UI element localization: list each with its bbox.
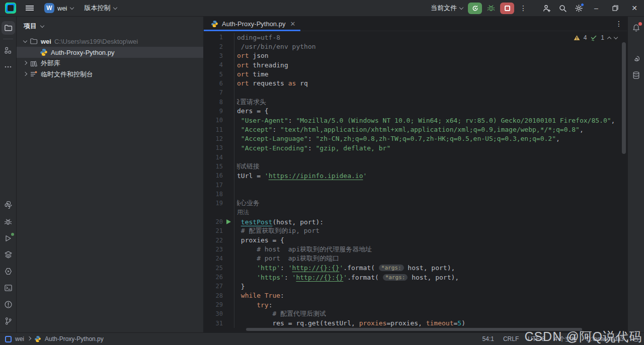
- tree-row-file-selected[interactable]: Auth-Proxy-Python.py: [17, 47, 203, 58]
- code-text: tUrl = 'https://ipinfo.ipidea.io': [234, 171, 367, 180]
- project-panel: 项目 wei C:\Users\ws199\Desktop\wei Auth-P…: [17, 17, 204, 332]
- file-encoding[interactable]: UTF-8: [528, 335, 545, 342]
- terminal-tool-button[interactable]: [2, 281, 15, 295]
- more-tool-windows-button[interactable]: [2, 60, 15, 73]
- project-widget[interactable]: W wei: [40, 2, 77, 15]
- external-libraries-label: 外部库: [41, 59, 60, 68]
- code-text: [234, 190, 237, 199]
- run-tool-button[interactable]: [2, 231, 15, 245]
- code-line: 2 /usr/bin/env python: [204, 42, 627, 51]
- run-function-gutter-icon[interactable]: [226, 219, 231, 224]
- structure-icon: [4, 46, 12, 54]
- python-console-tool-button[interactable]: [2, 198, 15, 212]
- inspections-widget[interactable]: 4 1: [572, 33, 619, 42]
- restore-button[interactable]: [606, 0, 625, 17]
- horizontal-scrollbar[interactable]: [246, 328, 582, 331]
- line-number: 5: [204, 71, 223, 78]
- code-text: ort json: [234, 51, 269, 60]
- vcs-widget[interactable]: 版本控制: [80, 2, 121, 14]
- lock-icon[interactable]: [633, 336, 639, 342]
- tab-options-icon[interactable]: ⋮: [615, 22, 622, 25]
- editor-area[interactable]: Auth-Proxy-Python.py ✕ ⋮ 4: [204, 17, 627, 332]
- code-text: ders = {: [234, 107, 269, 116]
- tab-auth-proxy-python[interactable]: Auth-Proxy-Python.py ✕: [204, 17, 300, 31]
- close-button[interactable]: ✕: [625, 0, 644, 17]
- code-line: 16tUrl = 'https://ipinfo.ipidea.io': [204, 171, 627, 180]
- next-problem-icon[interactable]: [614, 35, 618, 39]
- code-line: 31 res = rq.get(testUrl, proxies=proxies…: [204, 319, 627, 328]
- run-configuration-selector[interactable]: 当前文件: [427, 2, 467, 14]
- line-number: 16: [204, 172, 223, 179]
- ai-assistant-button[interactable]: [629, 52, 643, 65]
- structure-tool-button[interactable]: [2, 43, 15, 57]
- caret-position[interactable]: 54:1: [482, 335, 494, 342]
- code-with-me-button[interactable]: [539, 2, 553, 15]
- breadcrumb-file[interactable]: Auth-Proxy-Python.py: [45, 335, 104, 342]
- code-line: 14: [204, 152, 627, 161]
- database-button[interactable]: [629, 68, 643, 82]
- chevron-right-icon[interactable]: [23, 61, 27, 65]
- ellipsis-icon: [4, 63, 12, 71]
- code-line: 21 # 配置获取到的ip, port: [204, 226, 627, 235]
- line-number: 29: [204, 301, 223, 308]
- hexagon-play-icon: [4, 267, 13, 276]
- restore-icon: [612, 5, 618, 11]
- code-text: testPost(host, port):: [234, 217, 324, 226]
- tree-row-scratches[interactable]: 临时文件和控制台: [17, 69, 203, 80]
- debug-button[interactable]: [484, 2, 498, 15]
- line-number: 31: [204, 320, 223, 327]
- layers-icon: [4, 250, 13, 259]
- run-anything-tool-button[interactable]: [2, 265, 15, 278]
- project-widget-label: wei: [57, 5, 67, 12]
- scratches-icon: [30, 70, 38, 78]
- line-number: 30: [204, 310, 223, 317]
- database-icon: [632, 71, 640, 79]
- code-text: ort requests as rq: [234, 79, 308, 88]
- rerun-button[interactable]: [468, 3, 482, 14]
- version-control-tool-button[interactable]: [2, 314, 15, 328]
- code-line: 4ort threading: [204, 60, 627, 69]
- line-number: 14: [204, 154, 223, 161]
- code-editor[interactable]: 4 1 1oding=utf-82 /usr/bin/env python3or…: [204, 31, 627, 332]
- library-icon: [30, 59, 38, 67]
- project-panel-title: 项目: [24, 22, 37, 31]
- notifications-button[interactable]: [629, 21, 643, 35]
- problems-tool-button[interactable]: [2, 298, 15, 311]
- vertical-scrollbar[interactable]: [622, 42, 626, 154]
- code-line: 1oding=utf-8: [204, 33, 627, 42]
- code-line: 17: [204, 181, 627, 190]
- main-menu-button[interactable]: [22, 2, 37, 15]
- more-run-actions-button[interactable]: ⋮: [516, 2, 530, 15]
- stop-button[interactable]: [500, 3, 514, 14]
- code-text: "User-Agent": "Mozilla/5.0 (Windows NT 1…: [234, 116, 615, 125]
- indent-setting[interactable]: 4 个空格: [554, 335, 577, 343]
- services-tool-button[interactable]: [2, 248, 15, 262]
- line-ending[interactable]: CRLF: [503, 335, 519, 342]
- code-line: 15测试链接: [204, 162, 627, 171]
- debug-tool-button[interactable]: [2, 215, 15, 228]
- code-text: # host api获取到的代理服务器地址: [234, 245, 372, 254]
- settings-button[interactable]: [572, 2, 586, 15]
- prev-problem-icon[interactable]: [607, 36, 611, 40]
- tree-row-external-libraries[interactable]: 外部库: [17, 58, 203, 69]
- tab-close-icon[interactable]: ✕: [290, 20, 295, 28]
- code-line: 29 try:: [204, 300, 627, 309]
- root-folder-path: C:\Users\ws199\Desktop\wei: [54, 38, 138, 45]
- code-lines: 1oding=utf-82 /usr/bin/env python3ort js…: [204, 33, 627, 328]
- code-line: 24 # port api获取到的端口: [204, 254, 627, 263]
- code-text: [234, 181, 237, 190]
- project-tool-button[interactable]: [2, 21, 15, 35]
- line-number: 13: [204, 144, 223, 151]
- chevron-down-icon[interactable]: [23, 39, 27, 43]
- code-text: 设置请求头: [234, 97, 266, 106]
- python-interpreter[interactable]: D:\anaconda3: [586, 335, 624, 342]
- breadcrumb-project[interactable]: wei: [15, 335, 24, 342]
- line-number: 26: [204, 274, 223, 281]
- minimize-button[interactable]: –: [587, 0, 606, 17]
- chevron-down-icon[interactable]: [40, 23, 44, 27]
- tree-row-root[interactable]: wei C:\Users\ws199\Desktop\wei: [17, 36, 203, 47]
- line-number: 12: [204, 135, 223, 142]
- chevron-right-icon[interactable]: [23, 72, 27, 76]
- code-line: 用法: [204, 208, 627, 217]
- search-everywhere-button[interactable]: [555, 2, 570, 15]
